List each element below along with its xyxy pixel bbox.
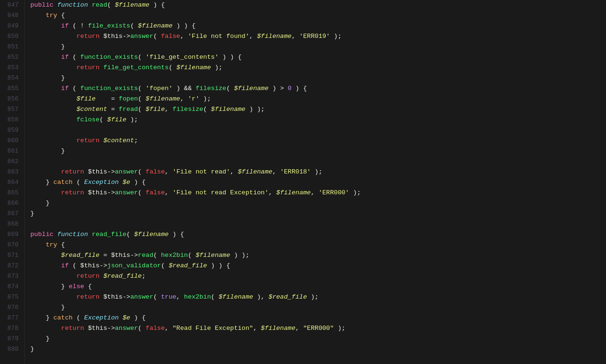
code-token: 'ERR018' [280, 168, 311, 175]
line-number: 875 [4, 292, 18, 302]
code-token: file_get_contents [103, 64, 169, 71]
code-token: ; [142, 273, 146, 280]
code-token: ( [138, 325, 146, 332]
code-token: } [30, 147, 65, 155]
code-token [30, 189, 61, 196]
code-token: $content [103, 137, 134, 144]
code-token: $filename [257, 33, 292, 40]
line-number: 877 [4, 313, 18, 323]
code-token: ( [169, 64, 176, 71]
code-token: ); [334, 325, 345, 332]
code-token: ( [226, 85, 234, 92]
code-token: $e [122, 314, 130, 321]
line-number: 855 [4, 83, 18, 94]
code-token: ( [130, 22, 138, 29]
code-token: 'File not read' [173, 168, 230, 175]
code-token: ), [253, 293, 268, 300]
code-token: = $this-> [100, 252, 138, 259]
code-token: $this-> [84, 325, 115, 332]
code-token: ) { [169, 231, 184, 238]
code-token: } [30, 335, 50, 342]
code-token [100, 273, 103, 280]
code-token: catch [54, 179, 73, 186]
code-token: } [30, 304, 65, 311]
code-token [30, 116, 76, 123]
code-token: ) { [130, 179, 146, 186]
code-token: ( [138, 95, 146, 102]
code-token: $content [76, 106, 107, 113]
line-number: 874 [4, 282, 18, 292]
code-token: $read_file [61, 252, 100, 259]
code-token: { [57, 12, 65, 19]
code-token [30, 137, 76, 144]
code-token: public [30, 231, 54, 238]
code-token [30, 252, 61, 259]
code-token: answer [130, 33, 154, 40]
code-token: ( [138, 85, 146, 92]
code-token: $filename [211, 106, 246, 113]
code-token: return [61, 189, 84, 196]
code-token: ) { [130, 314, 146, 321]
code-token: $file [146, 106, 165, 113]
code-token: , [249, 33, 257, 40]
code-token: fopen [119, 95, 138, 102]
code-token: 'file_get_contents' [146, 54, 219, 61]
line-number: 866 [4, 198, 18, 209]
code-token: ( [153, 293, 161, 300]
line-number: 848 [4, 10, 18, 21]
code-token: false [161, 33, 180, 40]
line-number: 858 [4, 115, 18, 125]
code-line: } [30, 209, 606, 219]
code-token: } [30, 283, 69, 290]
code-token: "ERR000" [303, 325, 334, 332]
code-line: if ( $this->json_validator( $read_file )… [30, 261, 606, 271]
code-token: return [76, 293, 100, 300]
code-token: ) && [173, 85, 196, 92]
code-token: ) ) { [207, 262, 230, 269]
code-token: function_exists [80, 85, 138, 92]
code-line: } [30, 334, 606, 344]
code-token: ); [127, 116, 138, 123]
code-token: $filename [134, 231, 169, 238]
line-number: 847 [4, 0, 18, 10]
code-token [30, 106, 76, 113]
code-token [30, 85, 61, 92]
code-token: ( [211, 293, 219, 300]
code-token [84, 189, 88, 196]
code-token: ) ) { [173, 22, 196, 29]
code-token: } [30, 200, 50, 207]
code-token: return [76, 273, 100, 280]
code-token: , [165, 168, 173, 175]
code-token: ( [73, 179, 84, 186]
line-number: 849 [4, 21, 18, 31]
code-content[interactable]: public function read( $filename ) { try … [25, 0, 606, 364]
code-token [84, 168, 88, 175]
code-line: if ( function_exists( 'fopen' ) && files… [30, 83, 606, 94]
code-token: $filename [238, 168, 273, 175]
code-token: , [253, 325, 261, 332]
code-token: ( [69, 85, 80, 92]
line-number: 871 [4, 250, 18, 261]
code-line: } [30, 198, 606, 209]
code-token: $filename [146, 95, 180, 102]
code-token: $filename [219, 293, 253, 300]
code-token: ( [138, 106, 146, 113]
code-token [30, 95, 76, 102]
code-line [30, 125, 606, 136]
code-token: ( [100, 116, 107, 123]
code-token: 'r' [188, 95, 199, 102]
code-line: return $read_file; [30, 271, 606, 282]
code-line: if ( ! file_exists( $filename ) ) { [30, 21, 606, 31]
code-token: $file [107, 116, 127, 123]
code-token: ) ); [246, 106, 265, 113]
code-token: return [76, 64, 100, 71]
code-token: try [46, 12, 57, 19]
code-token: Exception [84, 314, 119, 321]
code-token: , [292, 33, 299, 40]
code-token: public [30, 1, 54, 9]
code-token [54, 231, 57, 238]
code-token: $filename [261, 325, 295, 332]
code-token: answer [115, 325, 138, 332]
code-line [30, 219, 606, 229]
code-token: ( [138, 189, 146, 196]
